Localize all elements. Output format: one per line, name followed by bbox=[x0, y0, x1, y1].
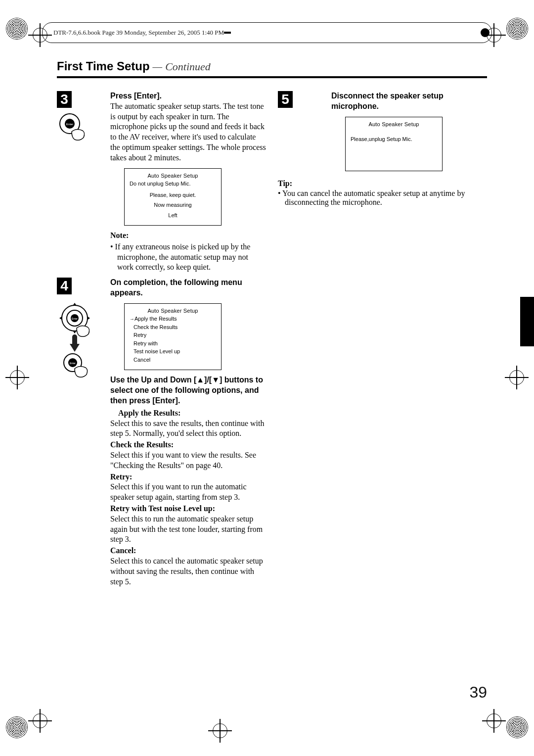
osd-title: Auto Speaker Setup bbox=[130, 307, 216, 315]
osd-line: Left bbox=[130, 211, 216, 220]
option-heading: Check the Results: bbox=[110, 440, 266, 450]
dpad-enter-icon: Enter Enter bbox=[57, 298, 99, 382]
step-3-body: The automatic speaker setup starts. The … bbox=[110, 101, 266, 163]
svg-marker-7 bbox=[73, 303, 77, 306]
crop-mark-icon bbox=[6, 716, 28, 738]
svg-text:Enter: Enter bbox=[70, 362, 76, 365]
crop-mark-icon bbox=[6, 18, 28, 40]
option-body: Select this to run the automatic speaker… bbox=[110, 514, 266, 545]
osd-unplug: Auto Speaker Setup Please,unplug Setup M… bbox=[345, 117, 443, 171]
crop-mark-icon bbox=[487, 713, 501, 728]
osd-option: Test noise Level up bbox=[130, 347, 216, 356]
crop-mark-icon bbox=[213, 723, 227, 738]
svg-marker-8 bbox=[73, 331, 77, 333]
crop-mark-icon bbox=[509, 370, 524, 385]
page-content: First Time Setup — Continued 3 Enter Pre bbox=[57, 59, 487, 702]
tip-label: Tip: bbox=[278, 179, 487, 188]
step-number: 4 bbox=[57, 278, 72, 294]
step-3-headline: Press [Enter]. bbox=[110, 91, 266, 101]
option-body: Select this if you want to view the resu… bbox=[110, 450, 266, 471]
step-4: 4 Enter E bbox=[57, 278, 266, 587]
option-body: Select this to save the results, then co… bbox=[110, 419, 266, 439]
spiral-dot-icon bbox=[481, 28, 490, 37]
crop-mark-icon bbox=[506, 716, 528, 738]
osd-line: Please, keep quiet. bbox=[130, 191, 216, 199]
osd-option: Check the Results bbox=[130, 323, 216, 331]
page-number: 39 bbox=[469, 683, 487, 702]
tip-block: Tip: • You can cancel the automatic spea… bbox=[278, 179, 487, 207]
page-title: First Time Setup — Continued bbox=[57, 59, 487, 78]
osd-option: Retry with bbox=[130, 339, 216, 348]
osd-line: Now measuring bbox=[130, 201, 216, 209]
option-heading: Cancel: bbox=[110, 546, 266, 556]
svg-text:Enter: Enter bbox=[72, 317, 78, 320]
osd-option: Retry bbox=[130, 331, 216, 339]
svg-marker-10 bbox=[87, 316, 90, 320]
left-column: 3 Enter Press [Enter]. The automatic spe… bbox=[57, 91, 266, 590]
osd-option: Cancel bbox=[130, 356, 216, 364]
step-3: 3 Enter Press [Enter]. The automatic spe… bbox=[57, 91, 266, 274]
osd-measuring: Auto Speaker Setup Do not unplug Setup M… bbox=[124, 168, 222, 226]
book-info-text: DTR-7.6,6.6.book Page 39 Monday, Septemb… bbox=[53, 29, 224, 37]
option-heading: Retry: bbox=[110, 472, 266, 482]
osd-line: Please,unplug Setup Mic. bbox=[351, 135, 437, 143]
svg-marker-9 bbox=[59, 316, 62, 320]
note-label: Note: bbox=[110, 231, 266, 241]
step-number: 5 bbox=[278, 91, 293, 108]
step-5-headline: Disconnect the speaker setup microphone. bbox=[331, 91, 487, 112]
osd-option: Apply the Results bbox=[130, 315, 216, 323]
note-body: • If any extraneous noise is picked up b… bbox=[110, 242, 266, 273]
osd-title: Auto Speaker Setup bbox=[351, 120, 437, 129]
step-number: 3 bbox=[57, 91, 72, 108]
spiral-icon bbox=[224, 32, 231, 34]
svg-text:Enter: Enter bbox=[66, 123, 73, 126]
book-header: DTR-7.6,6.6.book Page 39 Monday, Septemb… bbox=[42, 22, 492, 43]
step-4-instruction: Use the Up and Down [▲]/[▼] buttons to s… bbox=[110, 375, 266, 406]
crop-mark-icon bbox=[10, 370, 25, 385]
title-continued: Continued bbox=[165, 60, 211, 73]
option-heading: Apply the Results: bbox=[110, 408, 266, 419]
enter-button-icon: Enter bbox=[57, 112, 91, 146]
option-body: Select this if you want to run the auto­… bbox=[110, 482, 266, 503]
option-heading: Retry with Test noise Level up: bbox=[110, 504, 266, 514]
option-body: Select this to cancel the automatic spea… bbox=[110, 556, 266, 587]
svg-marker-11 bbox=[70, 344, 80, 352]
osd-results-menu: Auto Speaker Setup Apply the Results Che… bbox=[124, 303, 222, 371]
crop-mark-icon bbox=[506, 18, 528, 40]
osd-title: Auto Speaker Setup bbox=[130, 172, 216, 180]
title-main: First Time Setup bbox=[57, 59, 150, 73]
step-5: 5 Disconnect the speaker setup microphon… bbox=[278, 91, 487, 176]
title-dash: — bbox=[153, 60, 163, 73]
osd-line: Do not unplug Setup Mic. bbox=[130, 180, 216, 188]
black-tab-icon bbox=[520, 297, 534, 346]
right-column: 5 Disconnect the speaker setup microphon… bbox=[278, 91, 487, 590]
tip-body: • You can cancel the automatic speaker s… bbox=[278, 189, 487, 207]
crop-mark-icon bbox=[33, 713, 47, 728]
step-4-headline: On completion, the following menu appear… bbox=[110, 278, 266, 298]
